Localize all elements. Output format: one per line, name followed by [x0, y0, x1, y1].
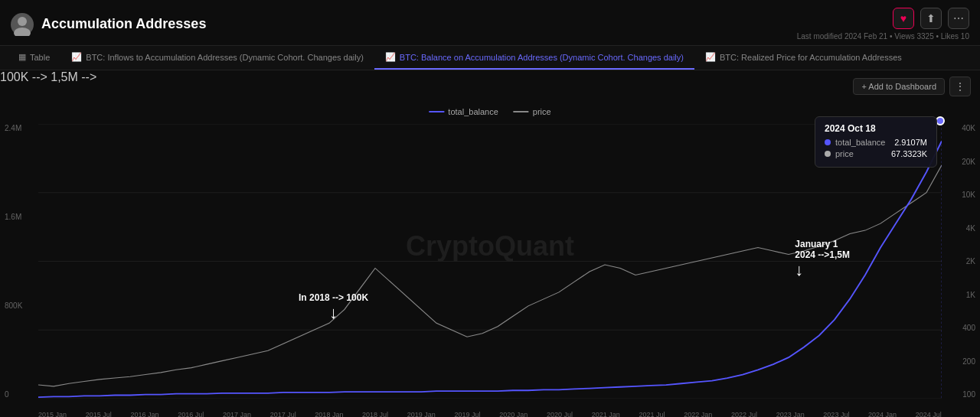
table-icon: ▦ [18, 52, 26, 62]
y-axis-left: 2.4M 1.6M 800K 0 [5, 124, 22, 399]
tab-table[interactable]: ▦ Table [8, 46, 60, 70]
share-button[interactable]: ⬆ [920, 8, 942, 29]
y-right-4: 2K [962, 257, 975, 266]
x-15: 2022 Jul [731, 411, 757, 417]
x-4: 2017 Jan [223, 411, 251, 417]
chart-area: + Add to Dashboard ⋮ total_balance price… [0, 70, 980, 417]
y-right-1: 20K [962, 158, 975, 166]
tooltip-row-balance: total_balance 2.9107M [825, 138, 927, 147]
legend-label-price: price [533, 107, 551, 116]
meta-text: Last modified 2024 Feb 21 • Views 3325 •… [797, 32, 969, 41]
x-2: 2016 Jan [130, 411, 158, 417]
y-left-0: 2.4M [5, 124, 22, 132]
heart-button[interactable]: ♥ [893, 8, 914, 29]
x-11: 2020 Jul [547, 411, 573, 417]
legend-price: price [514, 107, 551, 116]
tooltip-value-price: 67.3323K [891, 149, 927, 158]
balance-icon: 📈 [385, 52, 396, 62]
annotation-2024-arrow: ↓ [795, 260, 850, 280]
y-right-0: 40K [962, 124, 975, 132]
tab-inflows-label: BTC: Inflows to Accumulation Addresses (… [86, 53, 364, 62]
x-8: 2019 Jan [407, 411, 436, 417]
x-3: 2016 Jul [178, 411, 204, 417]
x-7: 2018 Jul [362, 411, 388, 417]
x-1: 2015 Jul [86, 411, 112, 417]
chart-more-button[interactable]: ⋮ [949, 77, 971, 96]
annotation-2024-text: January 12024 -->1,5M [795, 239, 850, 260]
y-right-8: 100 [962, 390, 975, 399]
legend-line-price [514, 111, 529, 112]
y-axis-right: 40K 20K 10K 4K 2K 1K 400 200 100 [962, 124, 975, 399]
header-left: Accumulation Addresses [11, 13, 206, 36]
realized-icon: 📈 [705, 52, 716, 62]
tab-realized[interactable]: 📈 BTC: Realized Price for Accumulation A… [694, 46, 913, 70]
tooltip-label-price: price [835, 149, 854, 158]
x-16: 2023 Jan [776, 411, 805, 417]
tab-realized-label: BTC: Realized Price for Accumulation Add… [720, 53, 902, 62]
annotation-2018-text: In 2018 --> 100K [299, 292, 368, 303]
svg-point-1 [14, 28, 31, 36]
more-button[interactable]: ⋯ [948, 8, 969, 29]
y-left-2: 800K [5, 301, 22, 310]
tabs-bar: ▦ Table 📈 BTC: Inflows to Accumulation A… [0, 46, 980, 70]
tooltip: 2024 Oct 18 total_balance 2.9107M price … [815, 116, 937, 168]
legend-total-balance: total_balance [429, 107, 498, 116]
x-0: 2015 Jan [38, 411, 67, 417]
legend-label-total-balance: total_balance [448, 107, 498, 116]
y-right-3: 4K [962, 224, 975, 233]
legend-line-total-balance [429, 111, 444, 112]
x-18: 2024 Jan [868, 411, 897, 417]
x-5: 2017 Jul [270, 411, 296, 417]
svg-point-0 [18, 17, 27, 26]
header: Accumulation Addresses ♥ ⬆ ⋯ Last modifi… [0, 0, 980, 46]
y-left-3: 0 [5, 390, 22, 399]
x-6: 2018 Jan [315, 411, 343, 417]
y-right-6: 400 [962, 324, 975, 332]
inflows-icon: 📈 [71, 52, 82, 62]
x-axis: 2015 Jan 2015 Jul 2016 Jan 2016 Jul 2017… [38, 411, 942, 417]
tooltip-dot-price [825, 151, 831, 157]
tab-balance-label: BTC: Balance on Accumulation Addresses (… [400, 53, 684, 62]
y-left-1: 1.6M [5, 213, 22, 221]
x-10: 2020 Jan [499, 411, 528, 417]
tooltip-date: 2024 Oct 18 [825, 123, 927, 134]
annotation-2018-arrow: ↓ [299, 303, 368, 323]
tooltip-dot-balance [825, 139, 831, 145]
page-title: Accumulation Addresses [41, 16, 206, 32]
annotation-2018: In 2018 --> 100K ↓ [299, 292, 368, 323]
header-icons: ♥ ⬆ ⋯ [893, 8, 969, 29]
chart-toolbar: + Add to Dashboard ⋮ [853, 77, 971, 96]
chart-legend: total_balance price [429, 107, 550, 116]
x-13: 2021 Jul [639, 411, 665, 417]
tooltip-value-balance: 2.9107M [894, 138, 927, 147]
x-17: 2023 Jul [823, 411, 849, 417]
x-14: 2022 Jan [684, 411, 712, 417]
header-right: ♥ ⬆ ⋯ Last modified 2024 Feb 21 • Views … [797, 8, 969, 41]
y-right-5: 1K [962, 291, 975, 299]
tooltip-label-balance: total_balance [835, 138, 885, 147]
add-dashboard-button[interactable]: + Add to Dashboard [853, 78, 945, 95]
x-9: 2019 Jul [455, 411, 481, 417]
y-right-2: 10K [962, 191, 975, 199]
avatar [11, 13, 34, 36]
tab-table-label: Table [30, 53, 50, 62]
annotation-2024: January 12024 -->1,5M ↓ [795, 239, 850, 280]
x-19: 2024 Jul [916, 411, 942, 417]
tooltip-row-price: price 67.3323K [825, 149, 927, 158]
tab-inflows[interactable]: 📈 BTC: Inflows to Accumulation Addresses… [60, 46, 374, 70]
x-12: 2021 Jan [592, 411, 620, 417]
tab-balance[interactable]: 📈 BTC: Balance on Accumulation Addresses… [374, 46, 694, 70]
y-right-7: 200 [962, 357, 975, 366]
